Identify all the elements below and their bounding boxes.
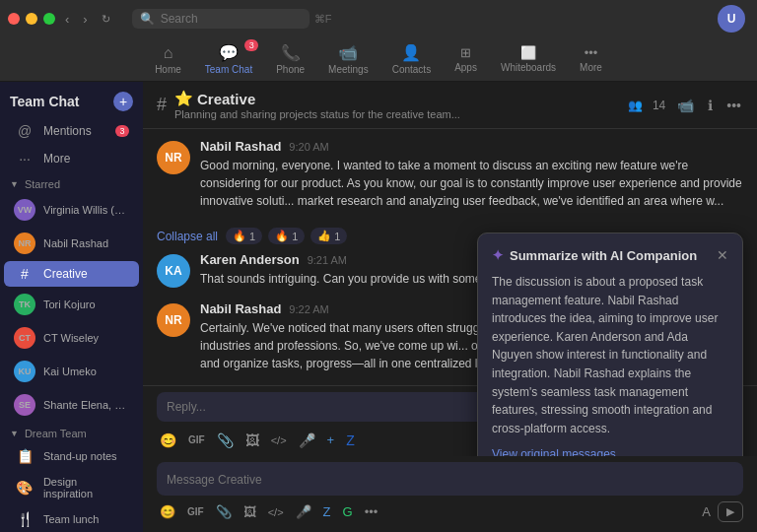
- sidebar-item-virginia[interactable]: VW Virginia Willis (You): [4, 194, 139, 226]
- chat-wrapper: NR Nabil Rashad 9:20 AM Good morning, ev…: [143, 129, 757, 456]
- image-button-reply[interactable]: 🖼: [242, 431, 262, 450]
- message-input-area: 😊 GIF 📎 🖼 </> 🎤 Z G ••• A ▶: [143, 456, 757, 532]
- ct-label: CT Wiseley: [43, 332, 99, 344]
- meetings-icon: 📹: [338, 43, 358, 62]
- user-avatar[interactable]: U: [718, 5, 745, 33]
- chat-header-right: 👥 14 📹 ℹ •••: [628, 96, 743, 115]
- collapse-label[interactable]: Collapse all: [157, 230, 218, 243]
- search-bar[interactable]: 🔍 ⌘F: [132, 9, 310, 29]
- audio-button-reply[interactable]: 🎤: [296, 431, 318, 450]
- sidebar-item-standup[interactable]: 📋 Stand-up notes: [4, 443, 139, 469]
- author-name: Karen Anderson: [200, 252, 300, 267]
- standup-label: Stand-up notes: [43, 450, 117, 462]
- gif-button[interactable]: GIF: [184, 504, 207, 519]
- format-button[interactable]: A: [699, 502, 714, 521]
- starred-chevron: ▼: [10, 179, 19, 189]
- attachment-button-reply[interactable]: 📎: [214, 431, 237, 450]
- apps-icon: ⊞: [460, 45, 471, 60]
- nav-apps[interactable]: ⊞ Apps: [445, 41, 487, 77]
- dream-team-chevron: ▼: [10, 429, 19, 438]
- info-button[interactable]: ℹ: [706, 96, 715, 115]
- message-time: 9:22 AM: [289, 303, 328, 315]
- chat-header-left: # ⭐ Creative Planning and sharing projec…: [157, 90, 460, 120]
- kai-avatar: KU: [14, 361, 35, 382]
- maximize-button[interactable]: [43, 13, 55, 25]
- nav-whiteboards[interactable]: ⬜ Whiteboards: [491, 41, 566, 77]
- nav-home[interactable]: ⌂ Home: [145, 40, 191, 79]
- nav-apps-label: Apps: [454, 62, 477, 73]
- ai-popup-header: ✦ Summarize with AI Companion ✕: [492, 247, 728, 263]
- ai-summary-popup: ✦ Summarize with AI Companion ✕ The disc…: [477, 233, 743, 456]
- message-input-field[interactable]: [167, 473, 733, 487]
- starred-section[interactable]: ▼ Starred: [0, 172, 143, 193]
- send-message-button[interactable]: ▶: [718, 501, 743, 522]
- message-time: 9:20 AM: [289, 141, 328, 153]
- nav-meetings[interactable]: 📹 Meetings: [318, 39, 378, 79]
- ai-summary-text: The discussion is about a proposed task …: [492, 273, 728, 437]
- reaction-fire2[interactable]: 🔥 1: [268, 228, 305, 244]
- apps-button-reply[interactable]: +: [324, 431, 338, 449]
- chat-header: # ⭐ Creative Planning and sharing projec…: [143, 82, 757, 129]
- creative-hash-icon: #: [14, 266, 35, 282]
- video-call-button[interactable]: 📹: [675, 96, 696, 115]
- view-original-messages-link[interactable]: View original messages: [492, 447, 728, 456]
- message-header: Nabil Rashad 9:20 AM: [200, 139, 743, 154]
- forward-button[interactable]: ›: [79, 10, 91, 29]
- nabil-label: Nabil Rashad: [43, 237, 108, 249]
- nav-phone[interactable]: 📞 Phone: [266, 39, 314, 79]
- sidebar-item-team-lunch[interactable]: 🍴 Team lunch: [4, 506, 139, 532]
- gif-button-reply[interactable]: GIF: [185, 432, 208, 447]
- code-button-reply[interactable]: </>: [268, 432, 290, 448]
- sidebar-item-nabil[interactable]: NR Nabil Rashad: [4, 228, 139, 259]
- title-bar: ‹ › ↻ 🔍 ⌘F U: [0, 0, 757, 37]
- close-button[interactable]: [8, 13, 20, 25]
- ai-close-button[interactable]: ✕: [717, 247, 728, 263]
- sidebar-item-design-inspiration[interactable]: 🎨 Design inspiration: [4, 471, 139, 504]
- dream-team-section[interactable]: ▼ Dream Team: [0, 422, 143, 442]
- sidebar-item-more[interactable]: ··· More: [4, 146, 139, 171]
- ai-popup-title: ✦ Summarize with AI Companion: [492, 247, 697, 263]
- team-lunch-label: Team lunch: [43, 513, 99, 525]
- sidebar-item-mentions[interactable]: @ Mentions 3: [4, 118, 139, 144]
- nav-phone-label: Phone: [276, 64, 305, 75]
- send-message-icon: ▶: [726, 505, 734, 518]
- google-button[interactable]: G: [340, 502, 356, 521]
- tori-label: Tori Kojuro: [43, 299, 96, 310]
- search-input[interactable]: [161, 12, 309, 26]
- code-button[interactable]: </>: [265, 504, 287, 520]
- sidebar-item-creative[interactable]: # Creative: [4, 261, 139, 287]
- minimize-button[interactable]: [26, 13, 37, 25]
- channel-name: Creative: [197, 91, 255, 107]
- more-icon: •••: [585, 45, 598, 60]
- ai-icon: ✦: [492, 247, 504, 263]
- nav-team-chat[interactable]: 💬 Team Chat 3: [195, 39, 262, 79]
- reaction-fire1[interactable]: 🔥 1: [226, 228, 262, 244]
- emoji-button-reply[interactable]: 😊: [157, 431, 179, 450]
- nav-more[interactable]: ••• More: [570, 41, 612, 77]
- more-tools-button[interactable]: •••: [362, 502, 381, 521]
- reaction-thumbs[interactable]: 👍 1: [310, 228, 347, 244]
- message-input-box[interactable]: [157, 462, 743, 496]
- channel-title: ⭐ Creative: [174, 90, 460, 107]
- sidebar-item-kai[interactable]: KU Kai Umeko: [4, 356, 139, 387]
- standup-icon: 📋: [14, 448, 35, 464]
- back-button[interactable]: ‹: [61, 10, 73, 29]
- nav-contacts[interactable]: 👤 Contacts: [382, 39, 441, 79]
- attachment-button[interactable]: 📎: [213, 502, 235, 521]
- image-button[interactable]: 🖼: [241, 502, 259, 521]
- nav-contacts-label: Contacts: [392, 64, 431, 75]
- sidebar-item-tori[interactable]: TK Tori Kojuro: [4, 289, 139, 320]
- emoji-button[interactable]: 😊: [157, 502, 178, 521]
- refresh-button[interactable]: ↻: [98, 11, 114, 28]
- member-count-icon: 👥: [628, 99, 643, 112]
- channel-subtitle: Planning and sharing projects status for…: [174, 108, 460, 120]
- zoom-app-button[interactable]: Z: [320, 502, 334, 521]
- new-chat-button[interactable]: +: [113, 92, 133, 111]
- more-options-button[interactable]: •••: [724, 96, 743, 115]
- sidebar-item-shante[interactable]: SE Shante Elena, Daniel Bow...: [4, 389, 139, 421]
- sidebar-item-ct[interactable]: CT CT Wiseley: [4, 322, 139, 354]
- nabil-avatar: NR: [14, 233, 35, 254]
- tori-avatar: TK: [14, 294, 35, 315]
- zoom-button-reply[interactable]: Z: [343, 431, 358, 450]
- audio-button[interactable]: 🎤: [293, 502, 314, 521]
